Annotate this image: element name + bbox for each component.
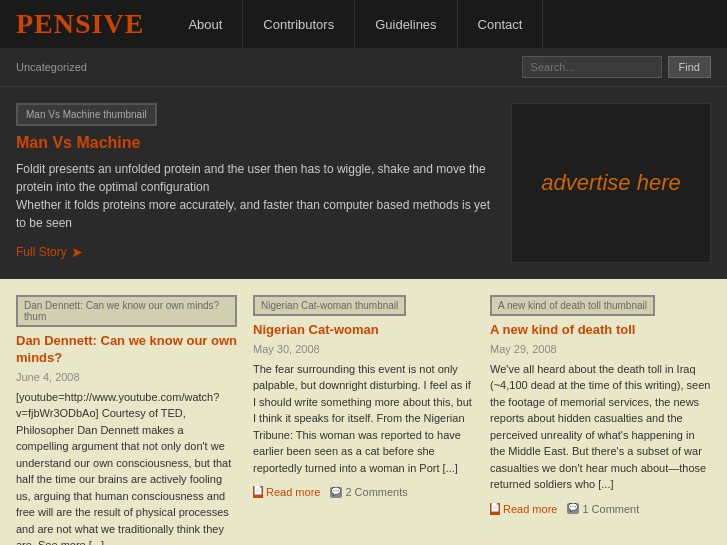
article-1-body: [youtube=http://www.youtube.com/watch?v=…	[16, 389, 237, 545]
article-2-read-more[interactable]: 📄 Read more	[253, 486, 320, 498]
article-3-title[interactable]: A new kind of death toll	[490, 322, 711, 339]
article-3-body: We've all heard about the death toll in …	[490, 361, 711, 493]
site-header: PENSIVE About Contributors Guidelines Co…	[0, 0, 727, 48]
articles-grid: Dan Dennett: Can we know our own minds? …	[16, 295, 711, 545]
article-2-title[interactable]: Nigerian Cat-woman	[253, 322, 474, 339]
article-2-date: May 30, 2008	[253, 343, 474, 355]
article-3-footer: 📄 Read more 💬 1 Comment	[490, 503, 711, 515]
article-3-comments[interactable]: 💬 1 Comment	[567, 503, 639, 515]
article-1-title[interactable]: Dan Dennett: Can we know our own minds?	[16, 333, 237, 367]
nav-about[interactable]: About	[168, 0, 243, 48]
article-2-thumbnail[interactable]: Nigerian Cat-woman thumbnail	[253, 295, 406, 316]
article-2-comments[interactable]: 💬 2 Comments	[330, 486, 407, 498]
doc-icon-2: 📄	[253, 486, 263, 498]
article-1-date: June 4, 2008	[16, 371, 237, 383]
featured-excerpt: Foldit presents an unfolded protein and …	[16, 160, 495, 232]
arrow-icon: ➤	[71, 244, 83, 260]
search-button[interactable]: Find	[668, 56, 711, 78]
main-navigation: About Contributors Guidelines Contact	[168, 0, 543, 48]
featured-article: Man Vs Machine thumbnail Man Vs Machine …	[0, 87, 727, 279]
search-input[interactable]	[522, 56, 662, 78]
nav-guidelines[interactable]: Guidelines	[355, 0, 457, 48]
excerpt-line2: Whether it folds proteins more accuratel…	[16, 198, 490, 230]
ad-text: advertise here	[525, 154, 696, 212]
site-logo[interactable]: PENSIVE	[16, 8, 144, 40]
featured-thumbnail[interactable]: Man Vs Machine thumbnail	[16, 103, 157, 126]
excerpt-line1: Foldit presents an unfolded protein and …	[16, 162, 486, 194]
featured-title[interactable]: Man Vs Machine	[16, 134, 495, 152]
article-2-footer: 📄 Read more 💬 2 Comments	[253, 486, 474, 498]
dark-section: Uncategorized Find Man Vs Machine thumbn…	[0, 48, 727, 279]
article-card-1: Dan Dennett: Can we know our own minds? …	[16, 295, 237, 545]
article-card-2: Nigerian Cat-woman thumbnail Nigerian Ca…	[253, 295, 474, 545]
breadcrumb-bar: Uncategorized Find	[0, 48, 727, 87]
full-story-link[interactable]: Full Story ➤	[16, 244, 495, 260]
doc-icon-3: 📄	[490, 503, 500, 515]
featured-content: Man Vs Machine thumbnail Man Vs Machine …	[16, 103, 495, 263]
bubble-icon-2: 💬	[330, 487, 342, 498]
search-area: Find	[522, 56, 711, 78]
breadcrumb: Uncategorized	[16, 61, 87, 73]
article-3-read-more[interactable]: 📄 Read more	[490, 503, 557, 515]
article-1-thumbnail[interactable]: Dan Dennett: Can we know our own minds? …	[16, 295, 237, 327]
article-2-body: The fear surrounding this event is not o…	[253, 361, 474, 477]
article-3-date: May 29, 2008	[490, 343, 711, 355]
bubble-icon-3: 💬	[567, 503, 579, 514]
full-story-label: Full Story	[16, 245, 67, 259]
article-card-3: A new kind of death toll thumbnail A new…	[490, 295, 711, 545]
nav-contributors[interactable]: Contributors	[243, 0, 355, 48]
light-section: Dan Dennett: Can we know our own minds? …	[0, 279, 727, 545]
nav-contact[interactable]: Contact	[458, 0, 544, 48]
article-3-thumbnail[interactable]: A new kind of death toll thumbnail	[490, 295, 655, 316]
ad-sidebar[interactable]: advertise here	[511, 103, 711, 263]
